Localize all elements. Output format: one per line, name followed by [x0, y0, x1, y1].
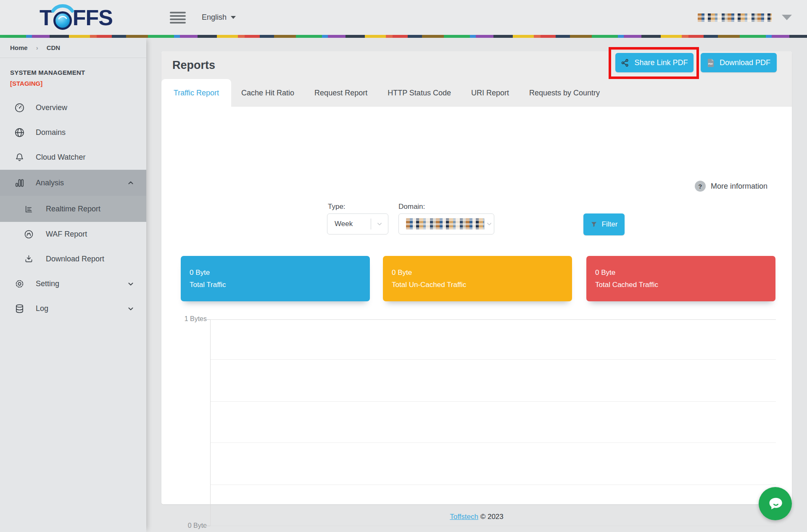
sidebar-item-label: Domains: [36, 128, 66, 137]
sidebar-item-label: Log: [36, 304, 48, 313]
help-question-icon: ?: [695, 181, 706, 192]
share-link-pdf-label: Share Link PDF: [634, 58, 688, 67]
bar-chart-icon: [14, 177, 25, 189]
chevron-down-icon: [231, 16, 236, 19]
stat-value: 0 Byte: [190, 269, 370, 277]
gridline: [211, 359, 776, 360]
tab-request-report[interactable]: Request Report: [304, 79, 377, 107]
sidebar-item-label: Analysis: [36, 179, 64, 187]
y-axis-max-label: 1 Bytes: [174, 315, 207, 323]
tab-label: Requests by Country: [529, 89, 600, 97]
sidebar-analysis-group: Analysis Realtime Report: [0, 170, 146, 222]
sidebar-item-realtime-report[interactable]: Realtime Report: [0, 196, 146, 222]
toffstech-link[interactable]: Toffstech: [450, 513, 478, 521]
more-information-link[interactable]: ? More information: [695, 181, 767, 192]
chevron-down-icon: [485, 220, 494, 228]
sidebar-item-log[interactable]: Log: [0, 296, 146, 321]
staging-environment-badge: [STAGING]: [10, 80, 146, 87]
download-pdf-button[interactable]: PDF Download PDF: [701, 53, 777, 72]
user-account-dropdown[interactable]: [698, 0, 792, 35]
tab-traffic-report[interactable]: Traffic Report: [161, 79, 231, 107]
page-title: Reports: [172, 59, 215, 72]
total-cached-traffic-card: 0 Byte Total Cached Traffic: [586, 256, 775, 301]
user-name-redacted: [698, 13, 772, 22]
sidebar-item-label: WAF Report: [46, 230, 87, 239]
database-icon: [14, 303, 25, 314]
download-tray-icon: [23, 253, 34, 265]
gridline: [211, 319, 776, 320]
reports-panel: Reports Traffic Report Cache Hit Ratio R…: [161, 51, 792, 504]
speedometer-icon: [14, 102, 25, 113]
footer: Toffstech © 2023: [161, 513, 792, 521]
share-link-pdf-button[interactable]: Share Link PDF: [615, 53, 694, 72]
total-traffic-card: 0 Byte Total Traffic: [181, 256, 370, 301]
sidebar-item-domains[interactable]: Domains: [0, 120, 146, 145]
sidebar-item-label: Download Report: [46, 255, 104, 263]
breadcrumb-home[interactable]: Home: [10, 44, 28, 51]
stat-label: Total Traffic: [190, 281, 370, 289]
pdf-file-icon: PDF: [707, 58, 715, 67]
tab-label: Traffic Report: [174, 89, 219, 97]
sidebar-item-overview[interactable]: Overview: [0, 95, 146, 120]
chevron-down-icon: [371, 220, 388, 228]
sidebar-item-waf-report[interactable]: WAF Report: [0, 222, 146, 247]
app-screen: T FFS: [0, 0, 807, 532]
more-information-label: More information: [711, 182, 767, 191]
traffic-chart: [210, 319, 775, 526]
stat-value: 0 Byte: [595, 269, 775, 277]
report-tabs: Traffic Report Cache Hit Ratio Request R…: [161, 79, 792, 107]
traffic-report-pane: ? More information Type: Week Domain:: [161, 107, 792, 504]
sidebar: Home › CDN SYSTEM MANAGEMENT [STAGING] O…: [0, 38, 146, 532]
hamburger-menu-icon[interactable]: [170, 12, 186, 24]
svg-text:PDF: PDF: [708, 62, 713, 65]
language-dropdown[interactable]: English: [202, 0, 236, 35]
tab-uri-report[interactable]: URI Report: [461, 79, 519, 107]
type-select[interactable]: Week: [327, 213, 388, 234]
type-filter-label: Type:: [328, 203, 345, 211]
realtime-list-icon: [23, 203, 34, 215]
tab-label: Request Report: [314, 89, 367, 97]
breadcrumb-current: CDN: [47, 44, 61, 51]
sidebar-item-label: Setting: [36, 279, 59, 288]
copyright-text: © 2023: [480, 513, 504, 521]
waf-flame-icon: [23, 229, 34, 240]
gridline: [211, 401, 776, 402]
reports-panel-header: Reports: [161, 51, 792, 79]
toffs-logo[interactable]: T FFS: [40, 2, 115, 34]
breadcrumb: Home › CDN: [0, 38, 146, 58]
tab-label: URI Report: [471, 89, 509, 97]
y-axis-min-label: 0 Byte: [174, 522, 207, 529]
stat-label: Total Cached Traffic: [595, 281, 775, 289]
funnel-icon: [591, 221, 597, 228]
gear-icon: [14, 278, 25, 290]
filter-button[interactable]: Filter: [583, 213, 625, 235]
sidebar-section-title: SYSTEM MANAGEMENT: [10, 69, 146, 76]
tab-cache-hit-ratio[interactable]: Cache Hit Ratio: [231, 79, 304, 107]
chat-bubble-icon: [766, 495, 785, 513]
type-select-value: Week: [327, 220, 371, 228]
tab-requests-by-country[interactable]: Requests by Country: [519, 79, 610, 107]
chevron-down-icon: [126, 304, 135, 313]
total-uncached-traffic-card: 0 Byte Total Un-Cached Traffic: [383, 256, 572, 301]
download-pdf-label: Download PDF: [720, 58, 770, 67]
sidebar-item-setting[interactable]: Setting: [0, 271, 146, 296]
sidebar-item-cloud-watcher[interactable]: Cloud Watcher: [0, 145, 146, 170]
domain-select[interactable]: [398, 213, 494, 234]
tab-label: HTTP Status Code: [388, 89, 451, 97]
logo-sphere-icon: [53, 11, 72, 30]
logo-text: FFS: [73, 2, 113, 34]
domain-value-redacted: [406, 219, 484, 229]
domain-filter-label: Domain:: [398, 203, 425, 211]
sidebar-item-download-report[interactable]: Download Report: [0, 247, 146, 271]
tab-label: Cache Hit Ratio: [241, 89, 294, 97]
chevron-up-icon: [126, 178, 135, 187]
gridline: [211, 485, 776, 485]
gridline: [211, 526, 776, 526]
sidebar-item-analysis[interactable]: Analysis: [0, 170, 146, 196]
tab-http-status-code[interactable]: HTTP Status Code: [377, 79, 461, 107]
breadcrumb-separator: ›: [36, 44, 38, 51]
stat-label: Total Un-Cached Traffic: [392, 281, 572, 289]
globe-icon: [14, 127, 25, 138]
chevron-down-icon: [782, 15, 792, 20]
chat-widget-button[interactable]: [759, 487, 792, 520]
